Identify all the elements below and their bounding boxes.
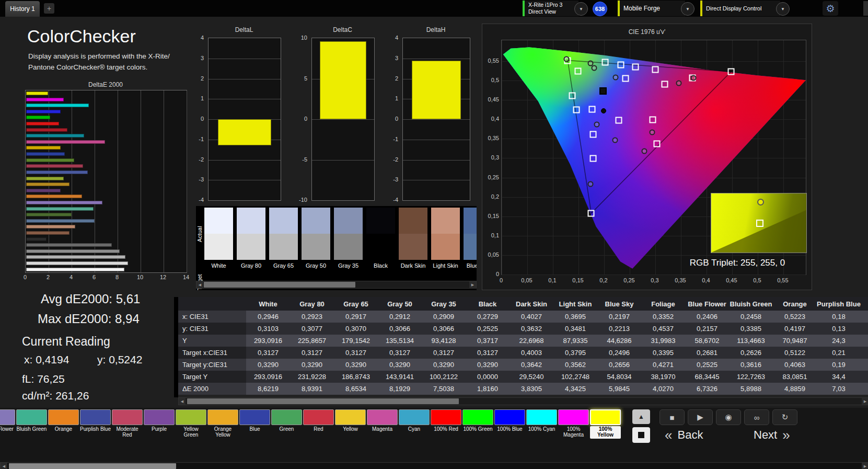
patch-button[interactable]: Magenta <box>367 409 398 439</box>
patch-button[interactable]: Blue Flower <box>0 409 15 439</box>
table-cell: 0,5223 <box>773 313 817 321</box>
axis-tick-label: 5 <box>293 75 307 82</box>
bottom-scroll-right-icon[interactable]: ▶ <box>862 463 868 469</box>
cie-measured-point <box>588 181 594 187</box>
loop-button[interactable]: ∞ <box>744 409 769 425</box>
table-cell: 0,2946 <box>246 313 290 321</box>
patch-label: 100% Yellow <box>590 426 621 439</box>
play-button[interactable]: ▶ <box>688 409 713 425</box>
swatch-label: Gray 35 <box>334 262 363 269</box>
table-cell: 0,3127 <box>246 349 290 357</box>
patch-label: Orange <box>48 426 79 439</box>
settings-gear-icon[interactable]: ⚙ <box>823 1 838 16</box>
table-scrollbar[interactable]: ◀ ▶ <box>178 397 868 405</box>
refresh-button[interactable]: ↻ <box>772 409 797 425</box>
table-header-cell: Orange <box>773 300 817 308</box>
cie-measured-point <box>594 121 600 127</box>
patch-button[interactable]: 100% Green <box>462 409 493 439</box>
inset-target-square <box>756 220 763 227</box>
patch-button[interactable]: Moderate Red <box>112 409 143 439</box>
bottom-scroll-left-icon[interactable]: ◀ <box>1 463 7 469</box>
patch-button[interactable]: 100% Magenta <box>558 409 589 439</box>
table-cell: 0,3795 <box>553 349 597 357</box>
gridline <box>209 59 281 59</box>
meter-dropdown-icon[interactable]: ▼ <box>574 2 588 16</box>
axis-tick-label: 0,15 <box>572 277 583 283</box>
de-bar <box>26 231 70 235</box>
patch-window-button[interactable] <box>632 427 650 443</box>
bottom-scrollbar-thumb[interactable] <box>9 463 176 469</box>
axis-tick-label: 0 <box>24 274 27 280</box>
table-scrollbar-thumb[interactable] <box>187 398 459 404</box>
expand-panel-button[interactable]: ▲ <box>632 409 650 424</box>
table-cell: 0,2626 <box>729 349 773 357</box>
cie-target-point <box>569 93 576 99</box>
stop-button[interactable]: ■ <box>659 409 685 425</box>
bottom-scrollbar[interactable]: ◀ ▶ <box>0 462 868 469</box>
table-scroll-right-icon[interactable]: ▶ <box>862 398 868 405</box>
display-control-dropdown-icon[interactable]: ▼ <box>776 2 790 16</box>
record-button[interactable]: ◉ <box>716 409 741 425</box>
cie-target-point <box>601 59 608 65</box>
scrollbar-thumb[interactable] <box>204 282 355 288</box>
swatch-strip-scrollbar[interactable]: ◀ ▶ <box>196 281 477 289</box>
axis-tick-label: 1 <box>386 95 398 101</box>
cie-diagram-panel: CIE 1976 u'v' RGB Triplet: 255, 255, 0 0… <box>482 24 812 290</box>
table-cell: 0,2406 <box>685 313 729 321</box>
patch-button[interactable]: 100% Red <box>431 409 461 439</box>
add-tab-button[interactable]: + <box>44 3 54 14</box>
patch-button[interactable]: Green <box>271 409 302 439</box>
scroll-right-icon[interactable]: ▶ <box>469 281 476 288</box>
clipped-toolbar-button[interactable] <box>863 1 868 16</box>
tab-history-1[interactable]: History 1 <box>5 1 40 17</box>
patch-button[interactable]: 100% Blue <box>494 409 525 439</box>
scroll-left-icon[interactable]: ◀ <box>196 281 203 288</box>
table-header-cell: Gray 50 <box>378 300 422 308</box>
patch-label: Orange Yellow <box>207 426 238 439</box>
cie-target-point <box>590 131 597 138</box>
axis-tick-label: 4 <box>70 274 73 280</box>
delta-chart-deltac: DeltaC1050-5-10 <box>293 26 375 210</box>
patch-button[interactable]: Bluish Green <box>16 409 47 439</box>
gridline <box>403 119 470 120</box>
table-cell: 0,3070 <box>334 325 378 333</box>
axis-tick-label: 0,05 <box>521 277 532 283</box>
table-cell: 0,3290 <box>290 361 334 369</box>
table-cell: 31,9983 <box>641 337 685 345</box>
patch-button[interactable]: 100% Cyan <box>526 409 557 439</box>
table-cell: 38,1970 <box>641 373 685 381</box>
source-dropdown-icon[interactable]: ▼ <box>681 2 695 16</box>
meter-selector[interactable]: X-Rite i1Pro 3 Direct View <box>523 1 578 16</box>
patch-button[interactable]: Orange Yellow <box>207 409 238 439</box>
table-cell: 5,9845 <box>597 385 641 393</box>
table-scroll-left-icon[interactable]: ◀ <box>179 398 186 405</box>
patch-button[interactable]: Blue <box>239 409 270 439</box>
table-cell: 0,2157 <box>685 325 729 333</box>
patch-button[interactable]: Purplish Blue <box>80 409 111 439</box>
patch-button[interactable]: Yellow Green <box>176 409 206 439</box>
display-control-selector[interactable]: Direct Display Control <box>700 1 780 16</box>
table-cell: 68,3445 <box>685 373 729 381</box>
swatch-target <box>237 234 265 260</box>
patch-color <box>399 409 430 425</box>
patch-button[interactable]: Yellow <box>335 409 366 439</box>
patch-button[interactable]: Orange <box>48 409 79 439</box>
table-row-label: Target y:CIE31 <box>178 359 246 371</box>
cie-y-axis: 0,550,50,450,40,350,30,250,20,150,10,050 <box>483 40 499 274</box>
patch-button[interactable]: 100% Yellow <box>590 409 621 439</box>
source-selector[interactable]: Mobile Forge <box>618 1 685 16</box>
de-bars-container <box>26 91 186 271</box>
cie-target-point <box>618 62 624 68</box>
table-cell: 4,8859 <box>773 385 817 393</box>
patch-label: 100% Green <box>462 426 493 439</box>
chart-title: DeltaH <box>402 26 469 33</box>
next-button[interactable]: Next » <box>754 427 790 443</box>
de-bar <box>26 104 89 107</box>
table-cell: 0,2213 <box>597 325 641 333</box>
back-button[interactable]: « Back <box>665 427 703 443</box>
patch-button[interactable]: Red <box>303 409 334 439</box>
patch-color <box>590 409 621 425</box>
patch-button[interactable]: Purple <box>144 409 175 439</box>
patch-button[interactable]: Cyan <box>399 409 430 439</box>
swatch-label: Gray 65 <box>269 262 298 269</box>
